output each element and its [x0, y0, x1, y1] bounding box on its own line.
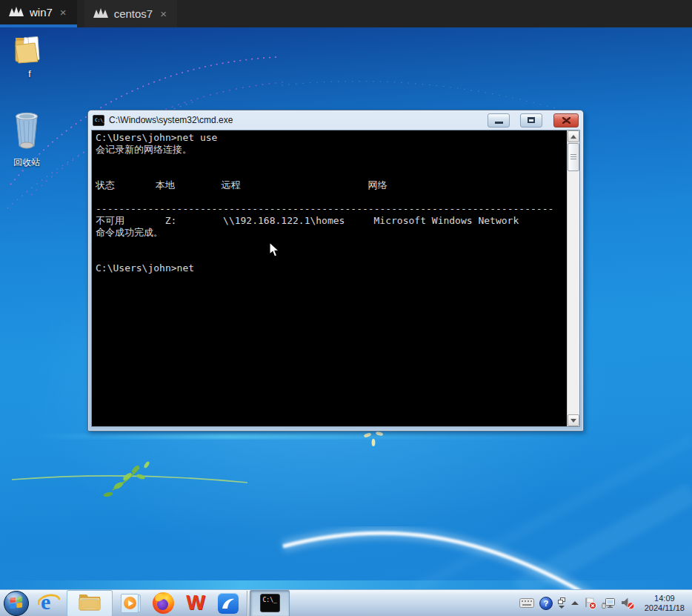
scroll-down-icon [570, 419, 576, 423]
blue-bird-app-icon [218, 593, 239, 614]
taskbar-item-internet-explorer[interactable]: e [33, 590, 65, 616]
scrollbar-thumb[interactable] [568, 143, 579, 171]
show-hidden-icons-button[interactable] [571, 601, 579, 605]
restore-window-icon [558, 597, 566, 604]
wps-office-icon: W [186, 592, 204, 615]
scroll-down-button[interactable] [568, 414, 579, 426]
desktop-icon-label: 回收站 [13, 156, 40, 169]
tab-win7[interactable]: win7 × [0, 0, 77, 27]
help-tray-icon[interactable]: ? [539, 597, 553, 610]
scroll-up-button[interactable] [568, 130, 579, 142]
taskbar-item-cmd-active[interactable]: C:\_ [250, 590, 290, 616]
vm-monitor-icon [93, 7, 108, 21]
internet-explorer-icon: e [38, 592, 60, 615]
recycle-bin-icon [11, 109, 42, 155]
cmd-titlebar-icon: C:\_ [93, 115, 104, 126]
desktop-icon-folder-f[interactable]: f [3, 33, 56, 79]
cmd-window-title: C:\Windows\system32\cmd.exe [109, 115, 233, 125]
desktop-icon-label: f [28, 69, 30, 79]
taskbar-separator [247, 591, 247, 616]
tab-label: centos7 [114, 7, 153, 20]
vm-tab-bar: win7 × centos7 × [0, 0, 692, 27]
folder-icon [13, 33, 47, 67]
tab-centos7[interactable]: centos7 × [84, 0, 177, 27]
thumb-grip-icon [570, 154, 576, 160]
taskbar-item-netdisk[interactable] [212, 590, 244, 616]
chevron-up-icon [571, 601, 579, 605]
cmd-window[interactable]: C:\_ C:\Windows\system32\cmd.exe C:\User… [87, 110, 584, 431]
vm-monitor-icon [9, 6, 24, 19]
cmd-console[interactable]: C:\Users\john>net use 会记录新的网络连接。 状态 本地 远… [91, 130, 580, 427]
firefox-icon [153, 592, 174, 614]
desktop-icon-recycle-bin[interactable]: 回收站 [0, 109, 53, 169]
cmd-taskbar-icon: C:\_ [260, 594, 280, 612]
taskbar: e [0, 589, 692, 616]
action-center-flag-icon[interactable] [584, 597, 596, 609]
close-icon [562, 117, 570, 124]
explorer-folder-icon [78, 592, 102, 615]
minimize-icon [495, 122, 503, 124]
minimize-button[interactable] [488, 113, 510, 127]
system-tray: ? [519, 590, 692, 616]
tab-close-icon[interactable]: × [159, 8, 168, 19]
clock-date: 2024/11/18 [645, 603, 685, 613]
clock-time: 14:09 [654, 594, 675, 603]
taskbar-item-wps-office[interactable]: W [179, 590, 212, 616]
taskbar-item-explorer[interactable] [67, 590, 113, 616]
windows-desktop[interactable]: f 回收站 C:\_ C:\Windows\system32\cmd.exe [0, 27, 692, 589]
scroll-up-icon [570, 135, 576, 139]
volume-muted-tray-icon[interactable] [621, 597, 635, 609]
keyboard-tray-icon[interactable] [519, 598, 534, 608]
taskbar-left: e [0, 590, 290, 616]
console-output: C:\Users\john>net use 会记录新的网络连接。 状态 本地 远… [92, 130, 579, 274]
network-tray-icon[interactable] [602, 597, 616, 609]
windows-start-orb-icon [3, 590, 30, 616]
start-button[interactable] [0, 590, 33, 616]
console-scrollbar[interactable] [567, 130, 579, 426]
taskbar-clock[interactable]: 14:09 2024/11/18 [640, 594, 689, 613]
taskbar-item-firefox[interactable] [147, 590, 179, 616]
maximize-button[interactable] [520, 113, 542, 127]
maximize-icon [528, 117, 535, 123]
chevron-down-icon [559, 606, 565, 609]
media-player-icon [120, 593, 141, 614]
close-button[interactable] [553, 113, 579, 127]
tab-label: win7 [30, 6, 53, 19]
taskbar-item-media-player[interactable] [114, 590, 147, 616]
cmd-window-titlebar[interactable]: C:\_ C:\Windows\system32\cmd.exe [91, 110, 580, 130]
language-bar-restore[interactable] [558, 597, 566, 609]
tab-close-icon[interactable]: × [59, 7, 68, 18]
